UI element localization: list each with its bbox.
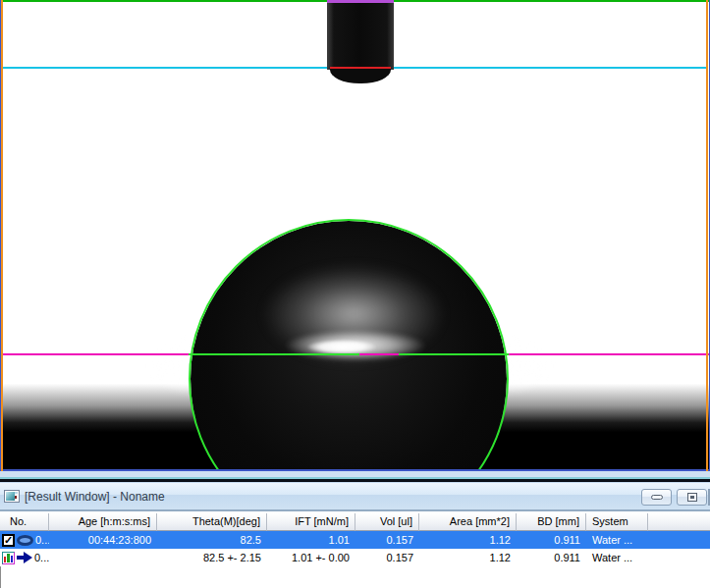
table-header-row: No. Age [h:m:s:ms] Theta(M)[deg] IFT [mN… — [0, 513, 710, 531]
row2-bd: 0.911 — [517, 549, 586, 566]
row1-area: 1.12 — [419, 531, 517, 549]
restore-icon — [687, 493, 697, 502]
arrow-right-icon — [17, 552, 32, 563]
table-row[interactable]: 0... 82.5 +- 2.15 1.01 +- 0.00 0.157 1.1… — [0, 549, 710, 566]
minimize-icon — [651, 495, 663, 500]
header-filler — [648, 513, 710, 531]
header-ift[interactable]: IFT [mN/m] — [267, 513, 355, 531]
header-bd[interactable]: BD [mm] — [517, 513, 586, 531]
row1-no-cell: ✓ 0... — [0, 531, 49, 549]
row1-bd: 0.911 — [517, 531, 586, 549]
restore-button[interactable] — [677, 489, 707, 506]
row1-theta: 82.5 — [157, 531, 267, 549]
left-frame-line — [1, 0, 3, 471]
eye-icon — [17, 535, 33, 546]
row1-vol: 0.157 — [355, 531, 419, 549]
row1-age: 00:44:23:800 — [49, 531, 157, 549]
row2-vol: 0.157 — [355, 549, 419, 566]
header-age[interactable]: Age [h:m:s:ms] — [49, 513, 157, 531]
table-row[interactable]: ✓ 0... 00:44:23:800 82.5 1.01 0.157 1.12… — [0, 531, 710, 549]
row1-no: 0... — [35, 531, 49, 549]
row1-ift: 1.01 — [267, 531, 355, 549]
result-window-icon — [4, 490, 20, 503]
bar-chart-icon — [2, 552, 15, 564]
header-vol[interactable]: Vol [ul] — [355, 513, 419, 531]
camera-view — [0, 0, 710, 471]
needle — [327, 0, 394, 70]
header-no[interactable]: No. — [0, 513, 49, 531]
minimize-button[interactable] — [641, 489, 672, 506]
row2-no-cell: 0... — [0, 549, 49, 566]
row2-theta: 82.5 +- 2.15 — [157, 549, 267, 566]
image-border-bottom — [0, 469, 710, 471]
row2-no: 0... — [34, 549, 49, 566]
needle-tip — [330, 69, 391, 83]
table-empty-area — [0, 566, 710, 588]
fit-circle-overlay — [189, 219, 509, 471]
checkbox[interactable]: ✓ — [2, 534, 15, 547]
row2-ift: 1.01 +- 0.00 — [267, 549, 355, 566]
row1-system: Water ... — [586, 531, 648, 549]
contact-angle-app: [Result Window] - Noname No. Age [h:m:s:… — [0, 0, 710, 588]
header-theta[interactable]: Theta(M)[deg] — [157, 513, 267, 531]
row2-age — [49, 549, 157, 566]
right-frame-line — [706, 0, 708, 471]
header-area[interactable]: Area [mm*2] — [419, 513, 517, 531]
header-system[interactable]: System — [586, 513, 648, 531]
row2-area: 1.12 — [419, 549, 517, 566]
needle-tip-marker — [330, 67, 391, 69]
result-window-titlebar[interactable]: [Result Window] - Noname — [0, 483, 710, 511]
row2-system: Water ... — [586, 549, 648, 566]
result-window-title: [Result Window] - Noname — [25, 490, 165, 504]
needle-top-marker — [327, 0, 394, 3]
